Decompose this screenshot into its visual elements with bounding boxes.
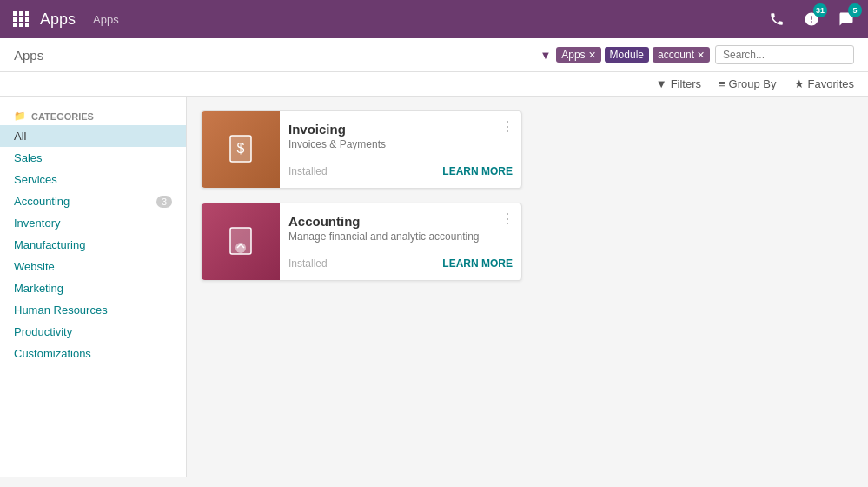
sidebar-item-marketing[interactable]: Marketing — [0, 277, 186, 299]
sidebar-item-label: Manufacturing — [14, 238, 85, 251]
search-input[interactable] — [715, 45, 854, 64]
apps-tag[interactable]: Apps ✕ — [556, 47, 600, 63]
sidebar-item-customizations[interactable]: Customizations — [0, 343, 186, 364]
sidebar-item-website[interactable]: Website — [0, 256, 186, 277]
accounting-learn-more[interactable]: LEARN MORE — [442, 257, 513, 270]
main-layout: 📁 CATEGORIES AllSalesServicesAccounting3… — [0, 97, 868, 477]
sidebar-item-sales[interactable]: Sales — [0, 147, 186, 169]
sidebar-item-label: Website — [14, 260, 55, 273]
sidebar-item-label: Sales — [14, 151, 43, 164]
sidebar-item-label: Human Resources — [14, 304, 108, 317]
accounting-title: Accounting — [288, 214, 513, 229]
grid-icon[interactable] — [9, 7, 33, 31]
apps-tag-close[interactable]: ✕ — [588, 50, 596, 61]
notif-badge: 31 — [813, 3, 827, 17]
svg-rect-8 — [25, 23, 29, 27]
topnav: Apps Apps 31 5 — [0, 0, 868, 38]
folder-icon: 📁 — [14, 110, 26, 122]
filter-icon: ▼ — [656, 77, 667, 90]
sidebar-item-services[interactable]: Services — [0, 169, 186, 190]
accounting-desc: Manage financial and analytic accounting — [288, 230, 513, 243]
invoicing-desc: Invoices & Payments — [288, 138, 513, 150]
invoicing-body: Invoicing Invoices & Payments Installed … — [280, 111, 521, 188]
svg-rect-5 — [25, 17, 29, 22]
account-tag[interactable]: account ✕ — [653, 47, 710, 63]
invoicing-status: Installed — [288, 165, 328, 177]
msg-badge: 5 — [848, 3, 862, 17]
filter-funnel-icon: ▼ — [540, 49, 551, 62]
svg-rect-6 — [13, 23, 17, 27]
star-icon: ★ — [794, 77, 805, 90]
sidebar-item-productivity[interactable]: Productivity — [0, 321, 186, 343]
sidebar-item-label: Services — [14, 173, 57, 186]
group-by-button[interactable]: ≡ Group By — [719, 77, 777, 90]
sidebar-item-label: Accounting — [14, 195, 70, 208]
app-grid: $ Invoicing Invoices & Payments Installe… — [187, 97, 868, 477]
invoicing-title: Invoicing — [288, 122, 513, 137]
svg-rect-1 — [19, 11, 23, 16]
invoicing-learn-more[interactable]: LEARN MORE — [442, 165, 513, 177]
favorites-button[interactable]: ★ Favorites — [794, 77, 854, 90]
sidebar-item-manufacturing[interactable]: Manufacturing — [0, 234, 186, 256]
app-card-invoicing: $ Invoicing Invoices & Payments Installe… — [201, 110, 522, 189]
accounting-icon — [202, 203, 280, 280]
accounting-menu[interactable]: ⋮ — [500, 210, 514, 227]
svg-rect-3 — [13, 17, 17, 22]
invoicing-menu[interactable]: ⋮ — [500, 118, 514, 135]
toolbar: ▼ Filters ≡ Group By ★ Favorites — [0, 72, 868, 97]
module-label: Module — [605, 47, 649, 63]
sidebar-item-label: Inventory — [14, 217, 60, 230]
accounting-footer: Installed LEARN MORE — [288, 257, 513, 270]
breadcrumb-bar: Apps ▼ Apps ✕ Module account ✕ — [0, 38, 868, 72]
filter-tags: Apps ✕ Module account ✕ — [556, 47, 710, 63]
sidebar-item-accounting[interactable]: Accounting3 — [0, 190, 186, 212]
svg-text:$: $ — [237, 141, 245, 156]
notifications-icon[interactable]: 31 — [798, 6, 825, 32]
svg-rect-7 — [19, 23, 23, 27]
search-area: ▼ Apps ✕ Module account ✕ — [540, 45, 854, 64]
app-card-accounting: Accounting Manage financial and analytic… — [201, 203, 522, 281]
sidebar-item-all[interactable]: All — [0, 125, 186, 147]
breadcrumb: Apps — [14, 48, 43, 63]
sidebar-item-inventory[interactable]: Inventory — [0, 212, 186, 234]
accounting-body: Accounting Manage financial and analytic… — [280, 203, 521, 280]
sidebar-item-label: Marketing — [14, 282, 63, 295]
sidebar-item-label: Customizations — [14, 347, 91, 360]
sidebar-item-label: Productivity — [14, 325, 72, 338]
sidebar-item-label: All — [14, 130, 26, 143]
phone-icon[interactable] — [764, 6, 790, 32]
list-icon: ≡ — [719, 77, 726, 90]
svg-rect-4 — [19, 17, 23, 22]
account-tag-close[interactable]: ✕ — [697, 50, 705, 61]
topnav-apps-link[interactable]: Apps — [93, 13, 119, 26]
sidebar-item-human-resources[interactable]: Human Resources — [0, 299, 186, 321]
invoicing-footer: Installed LEARN MORE — [288, 165, 513, 177]
svg-rect-2 — [25, 11, 29, 16]
messages-icon[interactable]: 5 — [833, 6, 859, 32]
sidebar-item-count: 3 — [156, 196, 172, 208]
filters-button[interactable]: ▼ Filters — [656, 77, 701, 90]
categories-title: 📁 CATEGORIES — [0, 105, 186, 125]
sidebar: 📁 CATEGORIES AllSalesServicesAccounting3… — [0, 97, 187, 477]
invoicing-icon: $ — [202, 111, 280, 188]
app-title: Apps — [40, 10, 76, 29]
accounting-status: Installed — [288, 257, 328, 270]
svg-rect-0 — [13, 11, 17, 16]
